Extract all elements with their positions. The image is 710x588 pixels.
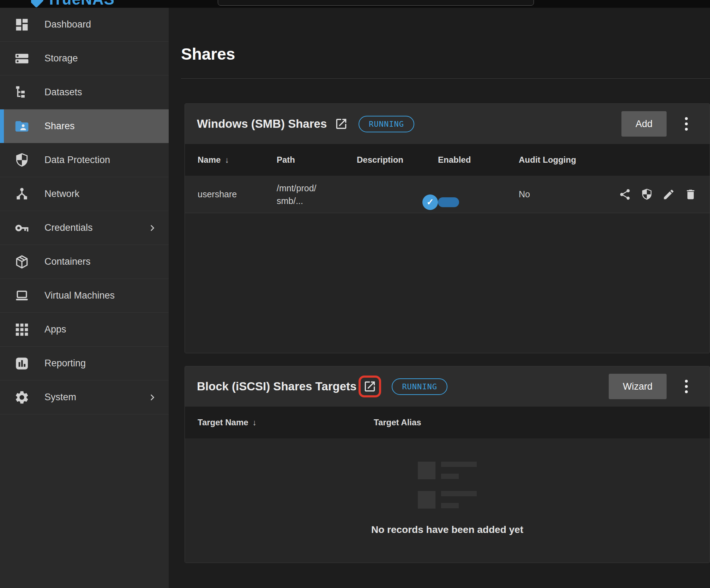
sidebar-item-label: Containers — [44, 256, 91, 267]
sidebar-item-label: Data Protection — [44, 155, 110, 166]
box-icon — [14, 254, 30, 270]
red-highlight-annotation — [359, 376, 381, 397]
sidebar-item-label: Datasets — [44, 87, 82, 98]
kebab-menu-icon[interactable] — [683, 378, 690, 395]
smb-card-empty-area — [185, 213, 710, 353]
sidebar-item-shares[interactable]: Shares — [0, 109, 169, 143]
sidebar-item-label: Reporting — [44, 358, 86, 369]
iscsi-card-title: Block (iSCSI) Shares Targets — [197, 380, 356, 393]
apps-icon — [14, 322, 30, 337]
column-header-audit-logging[interactable]: Audit Logging — [519, 155, 697, 165]
add-button[interactable]: Add — [621, 111, 667, 137]
iscsi-table-header: Target Name↓ Target Alias — [185, 407, 710, 438]
toggle-check-icon: ✓ — [422, 194, 438, 210]
sidebar-item-label: Shares — [44, 121, 75, 132]
gear-icon — [14, 390, 30, 405]
column-header-target-alias[interactable]: Target Alias — [374, 418, 697, 427]
column-header-path[interactable]: Path — [277, 155, 357, 165]
sidebar-item-storage[interactable]: Storage — [0, 42, 169, 76]
audit-logging-cell: No — [519, 189, 619, 199]
iscsi-status-badge[interactable]: RUNNING — [392, 378, 447, 395]
datasets-icon — [14, 85, 30, 100]
sidebar-item-label: Network — [44, 188, 79, 199]
laptop-icon — [14, 288, 30, 304]
chevron-right-icon — [148, 223, 157, 233]
column-header-name[interactable]: Name↓ — [198, 155, 277, 165]
main-content: Shares Windows (SMB) Shares RUNNING Add … — [169, 8, 710, 588]
truenas-logo-text: TrueNAS — [47, 0, 115, 8]
iscsi-card-header: Block (iSCSI) Shares Targets RUNNING Wiz… — [185, 366, 710, 407]
share-path-cell: /mnt/prod/ smb/... — [277, 182, 357, 207]
sidebar-item-network[interactable]: Network — [0, 177, 169, 211]
edit-pencil-icon[interactable] — [662, 188, 675, 201]
sidebar-item-label: Dashboard — [44, 19, 91, 30]
page-title: Shares — [181, 44, 235, 64]
kebab-menu-icon[interactable] — [683, 115, 690, 133]
smb-status-badge[interactable]: RUNNING — [359, 116, 414, 132]
sidebar-item-system[interactable]: System — [0, 380, 169, 414]
smb-shares-card: Windows (SMB) Shares RUNNING Add Name↓ P… — [185, 103, 710, 353]
sidebar-item-virtual-machines[interactable]: Virtual Machines — [0, 279, 169, 313]
share-name-cell: usershare — [198, 189, 277, 199]
network-icon — [14, 186, 30, 202]
truenas-logo-icon — [31, 0, 44, 8]
empty-records-illustration — [418, 462, 477, 509]
topbar: TrueNAS — [0, 0, 710, 8]
sidebar-item-label: Storage — [44, 53, 78, 64]
bar-chart-icon — [14, 356, 30, 371]
smb-table-header: Name↓ Path Description Enabled Audit Log… — [185, 144, 710, 176]
shares-folder-icon — [14, 119, 30, 134]
sidebar-item-apps[interactable]: Apps — [0, 313, 169, 347]
sidebar-item-datasets[interactable]: Datasets — [0, 76, 169, 109]
column-header-description[interactable]: Description — [357, 155, 438, 165]
sidebar: Dashboard Storage Datasets — [0, 8, 169, 588]
smb-card-title: Windows (SMB) Shares — [197, 117, 327, 131]
shield-icon — [14, 152, 30, 168]
chevron-right-icon — [148, 393, 157, 402]
dashboard-icon — [14, 17, 30, 32]
empty-state-message: No records have been added yet — [371, 524, 523, 535]
open-in-new-icon[interactable] — [335, 117, 348, 131]
sidebar-item-data-protection[interactable]: Data Protection — [0, 143, 169, 177]
search-input[interactable] — [218, 0, 534, 6]
table-row[interactable]: usershare /mnt/prod/ smb/... ✓ No — [185, 176, 710, 213]
iscsi-empty-state: No records have been added yet — [185, 438, 710, 563]
iscsi-targets-card: Block (iSCSI) Shares Targets RUNNING Wiz… — [185, 366, 710, 563]
sidebar-item-label: Apps — [44, 324, 66, 335]
sidebar-item-label: Credentials — [44, 222, 93, 233]
share-acl-icon[interactable] — [619, 188, 631, 201]
storage-icon — [14, 51, 30, 66]
sort-descending-icon: ↓ — [253, 418, 257, 427]
row-actions — [619, 188, 697, 201]
column-header-enabled[interactable]: Enabled — [438, 155, 519, 165]
sidebar-item-label: Virtual Machines — [44, 290, 115, 301]
active-indicator — [0, 109, 4, 143]
open-in-new-icon[interactable] — [363, 380, 377, 393]
sidebar-item-containers[interactable]: Containers — [0, 245, 169, 279]
filesystem-acl-shield-icon[interactable] — [640, 188, 653, 201]
sidebar-item-label: System — [44, 392, 76, 403]
wizard-button[interactable]: Wizard — [609, 374, 667, 399]
sidebar-item-dashboard[interactable]: Dashboard — [0, 8, 169, 42]
truenas-logo[interactable]: TrueNAS — [31, 0, 115, 8]
title-divider — [181, 78, 710, 79]
sidebar-item-credentials[interactable]: Credentials — [0, 211, 169, 245]
key-icon — [14, 220, 30, 236]
sort-descending-icon: ↓ — [225, 155, 229, 164]
delete-trash-icon[interactable] — [684, 188, 697, 201]
column-header-target-name[interactable]: Target Name↓ — [198, 418, 374, 427]
sidebar-item-reporting[interactable]: Reporting — [0, 347, 169, 380]
smb-card-header: Windows (SMB) Shares RUNNING Add — [185, 104, 710, 144]
